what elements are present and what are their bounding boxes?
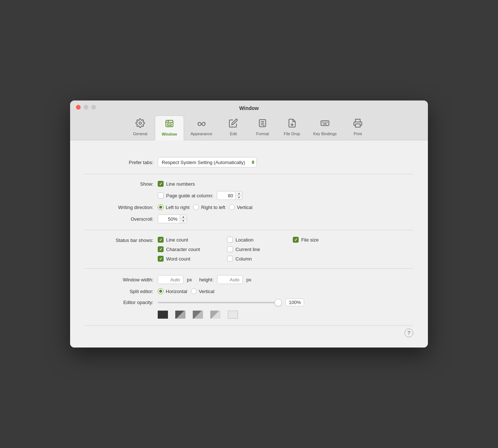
split-vertical-radio[interactable] [191, 288, 197, 294]
current-line-wrapper[interactable]: Current line [227, 246, 293, 252]
page-guide-checkbox[interactable] [158, 193, 164, 198]
overscroll-input[interactable] [158, 214, 180, 223]
writing-rtl-label: Right to left [201, 205, 225, 210]
line-count-wrapper[interactable]: Line count [158, 237, 227, 243]
page-guide-checkbox-wrapper[interactable]: Page guide at column: [158, 193, 213, 198]
current-line-checkbox[interactable] [227, 246, 233, 252]
split-vertical-label: Vertical [199, 289, 215, 294]
line-numbers-label: Line numbers [166, 181, 195, 187]
prefer-tabs-label: Prefer tabs: [85, 160, 158, 165]
filedrop-icon [287, 118, 297, 130]
window-size-row: Window width: px height: px [85, 275, 413, 284]
bottom-row: ? [85, 326, 413, 337]
column-label: Column [235, 256, 252, 262]
writing-ltr-wrapper[interactable]: Left to right [158, 204, 189, 210]
writing-direction-label: Writing direction: [85, 205, 158, 210]
help-button[interactable]: ? [405, 329, 413, 337]
column-wrapper[interactable]: Column [227, 256, 293, 262]
file-size-checkbox[interactable] [293, 237, 299, 243]
split-horizontal-wrapper[interactable]: Horizontal [158, 288, 187, 294]
overscroll-controls: ▲ ▼ [158, 214, 187, 223]
overscroll-label: Overscroll: [85, 216, 158, 222]
toolbar-item-print[interactable]: Print [343, 115, 372, 140]
character-count-checkbox[interactable] [158, 246, 164, 252]
swatches-controls [158, 311, 238, 319]
prefer-tabs-section: Prefer tabs: Respect System Setting (Aut… [85, 151, 413, 174]
swatch-0[interactable] [228, 311, 238, 319]
prefer-tabs-select-wrapper[interactable]: Respect System Setting (Automatically) [158, 157, 257, 167]
writing-rtl-wrapper[interactable]: Right to left [193, 204, 225, 210]
location-wrapper[interactable]: Location [227, 237, 293, 243]
page-guide-decrement[interactable]: ▼ [235, 195, 242, 200]
word-count-checkbox[interactable] [158, 256, 164, 262]
column-checkbox[interactable] [227, 256, 233, 262]
prefer-tabs-select[interactable]: Respect System Setting (Automatically) [158, 157, 257, 167]
opacity-slider-fill [158, 302, 282, 303]
writing-ltr-radio[interactable] [158, 204, 164, 210]
page-guide-controls: Page guide at column: ▲ ▼ [158, 191, 242, 200]
split-horizontal-radio[interactable] [158, 288, 164, 294]
page-guide-row: Page guide at column: ▲ ▼ [85, 191, 413, 200]
split-horizontal-label: Horizontal [166, 289, 187, 294]
split-vertical-wrapper[interactable]: Vertical [191, 288, 215, 294]
gear-icon [135, 118, 145, 130]
width-unit: px [187, 277, 192, 282]
editor-opacity-row: Editor opacity: 100% [85, 299, 413, 306]
window-icon [165, 119, 174, 130]
opacity-slider-wrapper [158, 302, 282, 303]
toolbar-item-filedrop[interactable]: File Drop [277, 115, 307, 140]
window-title: Window [76, 105, 422, 111]
overscroll-row: Overscroll: ▲ ▼ [85, 214, 413, 223]
toolbar-format-label: Format [256, 132, 269, 136]
opacity-slider-track[interactable] [158, 302, 282, 303]
overscroll-decrement[interactable]: ▼ [180, 219, 187, 223]
toolbar-item-window[interactable]: Window [155, 115, 184, 140]
line-numbers-checkbox-wrapper[interactable]: Line numbers [158, 181, 195, 187]
character-count-wrapper[interactable]: Character count [158, 246, 227, 252]
writing-ltr-label: Left to right [166, 205, 189, 210]
word-count-label: Word count [166, 256, 190, 262]
file-size-label: File size [301, 237, 319, 243]
overscroll-stepper: ▲ ▼ [158, 214, 187, 223]
toolbar-item-keybindings[interactable]: Key Bindings [307, 115, 343, 140]
print-icon [353, 118, 363, 130]
page-guide-increment[interactable]: ▲ [235, 191, 242, 195]
window-height-input[interactable] [217, 275, 243, 284]
prefer-tabs-controls: Respect System Setting (Automatically) [158, 157, 257, 167]
toolbar-filedrop-label: File Drop [284, 132, 300, 136]
writing-vertical-wrapper[interactable]: Vertical [229, 204, 253, 210]
window-size-controls: px height: px [158, 275, 252, 284]
editor-opacity-controls: 100% [158, 299, 304, 306]
format-icon [258, 118, 267, 130]
swatch-25[interactable] [210, 311, 221, 319]
swatch-50[interactable] [193, 311, 203, 319]
location-checkbox[interactable] [227, 237, 233, 243]
keyboard-icon [320, 118, 330, 130]
glasses-icon [197, 118, 206, 130]
status-bar-label: Status bar shows: [85, 237, 158, 243]
writing-rtl-radio[interactable] [193, 204, 199, 210]
swatch-full[interactable] [158, 311, 168, 319]
svg-rect-12 [321, 121, 329, 126]
split-editor-controls: Horizontal Vertical [158, 288, 214, 294]
show-line-numbers-row: Show: Line numbers [85, 181, 413, 187]
opacity-slider-thumb[interactable] [275, 299, 282, 306]
svg-point-0 [139, 122, 142, 125]
page-guide-stepper-buttons: ▲ ▼ [235, 191, 242, 200]
app-window: Window General [70, 100, 428, 348]
overscroll-increment[interactable]: ▲ [180, 215, 187, 219]
file-size-wrapper[interactable]: File size [293, 237, 351, 243]
writing-vertical-label: Vertical [237, 205, 253, 210]
writing-vertical-radio[interactable] [229, 204, 235, 210]
toolbar-item-edit[interactable]: Edit [219, 115, 248, 140]
toolbar-item-general[interactable]: General [126, 115, 155, 140]
line-numbers-checkbox[interactable] [158, 181, 164, 187]
swatch-75[interactable] [175, 311, 185, 319]
line-count-checkbox[interactable] [158, 237, 164, 243]
word-count-wrapper[interactable]: Word count [158, 256, 227, 262]
toolbar-item-appearance[interactable]: Appearance [184, 115, 219, 140]
window-width-input[interactable] [158, 275, 183, 284]
opacity-swatches-row [85, 311, 413, 319]
page-guide-input[interactable] [217, 191, 235, 200]
toolbar-item-format[interactable]: Format [248, 115, 277, 140]
